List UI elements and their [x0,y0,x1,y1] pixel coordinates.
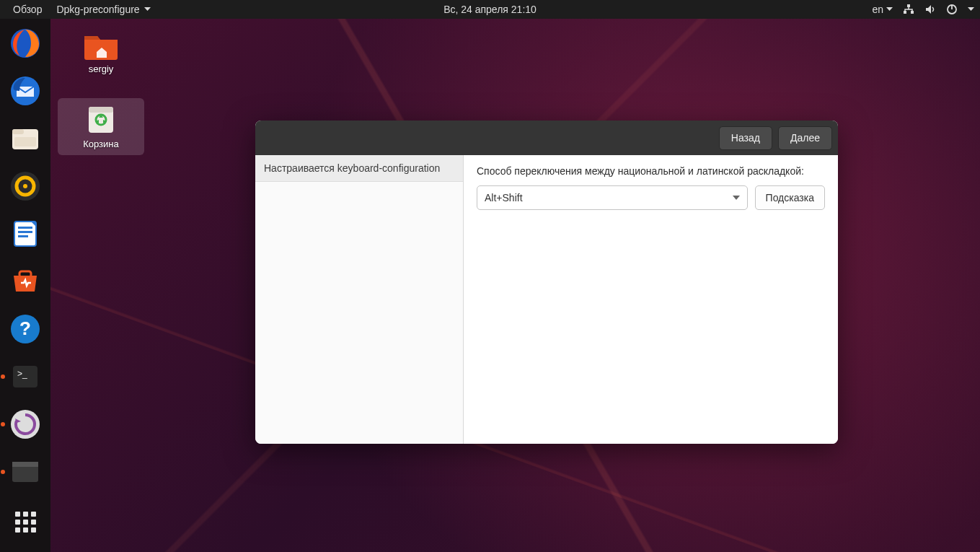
dpkg-preconfigure-dialog: Назад Далее Настраивается keyboard-confi… [255,121,838,444]
svg-rect-26 [89,107,113,113]
dock-terminal[interactable]: >_ [8,359,43,394]
svg-rect-9 [14,137,36,146]
dock-running-window[interactable] [8,455,43,489]
dock-thunderbird[interactable] [8,74,43,108]
prompt-label: Способ переключения между национальной и… [477,165,825,177]
hint-button[interactable]: Подсказка [755,185,825,210]
volume-icon[interactable] [924,4,936,15]
trash-icon [83,104,119,136]
activities-button[interactable]: Обзор [6,4,49,15]
keyboard-layout-indicator[interactable]: en [872,4,893,15]
svg-rect-13 [14,222,36,246]
svg-rect-8 [12,129,24,134]
dialog-titlebar: Назад Далее [255,121,838,155]
layout-switch-select[interactable]: Alt+Shift [477,185,748,210]
chevron-down-icon [144,7,151,12]
svg-text:>_: >_ [17,369,27,379]
dock-software-updater[interactable] [8,407,43,442]
svg-rect-16 [18,235,28,237]
svg-rect-1 [904,11,906,14]
svg-text:?: ? [19,317,31,339]
chevron-down-icon [886,7,893,12]
dialog-body: Настраивается keyboard-configuration Спо… [255,155,838,444]
system-menu-chevron[interactable] [968,7,974,12]
dock-libreoffice-writer[interactable] [8,216,43,251]
svg-rect-24 [12,462,38,467]
desktop-home-folder[interactable]: sergiy [58,23,144,80]
clock[interactable]: Вс, 24 апреля 21:10 [443,4,537,15]
dialog-content: Способ переключения между национальной и… [464,155,838,444]
power-icon[interactable] [946,4,958,15]
app-menu[interactable]: Dpkg-preconfigure [49,4,157,15]
dialog-sidebar: Настраивается keyboard-configuration [255,155,464,444]
dock: ? >_ [0,19,50,552]
desktop-icon-label: Корзина [83,139,119,149]
dock-files[interactable] [8,121,43,156]
keyboard-layout-label: en [872,4,883,15]
app-menu-label: Dpkg-preconfigure [56,4,139,15]
sidebar-step: Настраивается keyboard-configuration [255,155,463,182]
system-tray: en [872,4,974,15]
folder-icon [83,29,119,61]
network-icon[interactable] [903,4,914,15]
svg-rect-17 [19,271,31,277]
dock-help[interactable]: ? [8,312,43,346]
svg-point-12 [23,184,27,188]
show-applications[interactable] [8,504,43,539]
top-bar: Обзор Dpkg-preconfigure Вс, 24 апреля 21… [0,0,980,19]
desktop-trash[interactable]: Корзина [58,98,144,155]
dock-rhythmbox[interactable] [8,169,43,203]
dock-ubuntu-software[interactable] [8,264,43,299]
dock-firefox[interactable] [8,26,43,61]
svg-rect-14 [18,227,32,229]
svg-rect-0 [907,4,910,7]
desktop-icon-label: sergiy [89,63,114,74]
svg-rect-2 [911,11,914,14]
next-button[interactable]: Далее [778,126,832,150]
back-button[interactable]: Назад [719,126,772,150]
chevron-down-icon [968,7,974,12]
input-row: Alt+Shift Подсказка [477,185,825,210]
svg-rect-15 [18,231,32,233]
